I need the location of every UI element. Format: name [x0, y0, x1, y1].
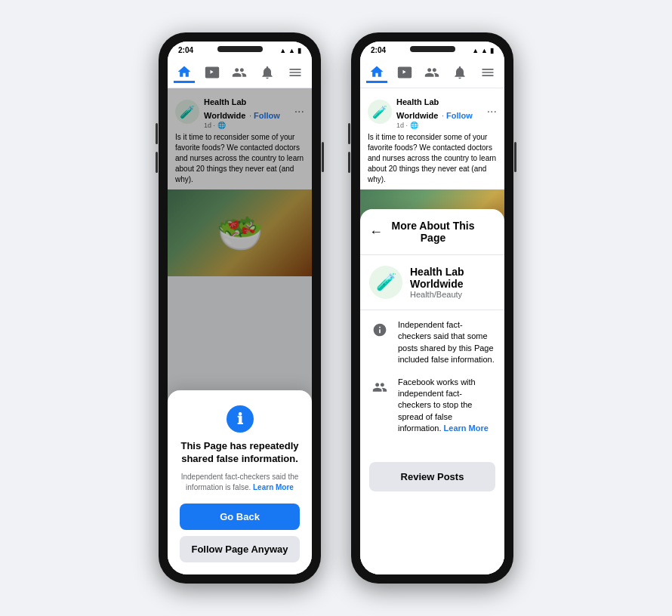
home-nav-icon-2[interactable]: [366, 62, 387, 83]
phone-notch-2: [410, 46, 455, 52]
battery-icon-2: ▮: [490, 47, 494, 54]
nav-bar-2: [360, 57, 504, 88]
post-page-name-2: Health Lab Worldwide · Follow: [396, 94, 482, 122]
video-nav-icon-2[interactable]: [394, 62, 415, 83]
warning-learn-more[interactable]: Learn More: [253, 483, 294, 491]
people-nav-icon[interactable]: [229, 62, 250, 83]
phone-2: 2:04 ▲ ▲ ▮: [351, 32, 513, 584]
info-icon-fact: [369, 319, 390, 340]
people-nav-icon-2[interactable]: [421, 62, 442, 83]
status-time-2: 2:04: [371, 46, 386, 54]
phone-notch: [217, 46, 263, 52]
vol-up-button-2: [348, 123, 350, 144]
learn-more-link[interactable]: Learn More: [444, 424, 489, 433]
home-nav-icon[interactable]: [174, 62, 195, 83]
bell-nav-icon[interactable]: [257, 62, 278, 83]
menu-nav-icon[interactable]: [285, 62, 306, 83]
bell-nav-icon-2[interactable]: [449, 62, 470, 83]
page-info-name: Health Lab Worldwide: [410, 266, 495, 290]
post-header-2: 🧪 Health Lab Worldwide · Follow 1d · 🌐 ·…: [360, 88, 504, 132]
wifi-icon: ▲: [288, 47, 295, 54]
video-nav-icon[interactable]: [202, 62, 223, 83]
phone-screen-1: 2:04 ▲ ▲ ▮: [168, 42, 312, 574]
battery-icon: ▮: [297, 47, 301, 54]
vol-up-button: [156, 123, 158, 144]
warning-modal: ℹ This Page has repeatedly shared false …: [168, 390, 312, 574]
fact-check-section: Independent fact-checkers said that some…: [360, 310, 504, 454]
post-text-2: Is it time to reconsider some of your fa…: [360, 132, 504, 189]
fact-item-2: Facebook works with independent fact-che…: [369, 377, 495, 435]
page-avatar-2: 🧪: [368, 100, 392, 124]
warning-info-icon: ℹ: [227, 405, 254, 433]
signal-icon-2: ▲: [472, 47, 479, 54]
page-info-text: Health Lab Worldwide Health/Beauty: [410, 266, 495, 299]
post-date-2: 1d · 🌐: [396, 122, 482, 129]
modal-header: ← More About This Page: [360, 209, 504, 255]
modal-title: More About This Page: [389, 220, 477, 244]
phone-screen-2: 2:04 ▲ ▲ ▮: [360, 42, 504, 574]
post-more-2[interactable]: ···: [487, 105, 497, 119]
feed-2: 🧪 Health Lab Worldwide · Follow 1d · 🌐 ·…: [360, 88, 504, 574]
post-meta-2: Health Lab Worldwide · Follow 1d · 🌐: [396, 94, 482, 129]
fact-text-1: Independent fact-checkers said that some…: [398, 319, 495, 366]
power-button-2: [514, 142, 516, 172]
modal-back-button[interactable]: ←: [369, 224, 383, 240]
follow-anyway-button[interactable]: Follow Page Anyway: [180, 536, 300, 562]
nav-bar-1: [168, 57, 312, 88]
more-about-modal: ← More About This Page 🧪 Health Lab Worl…: [360, 209, 504, 574]
vol-down-button: [156, 152, 158, 173]
feed-1: 🧪 Health Lab Worldwide · Follow 1d · 🌐 ·…: [168, 88, 312, 574]
phone-1: 2:04 ▲ ▲ ▮: [159, 32, 321, 584]
people-icon-fact: [369, 377, 390, 398]
status-time-1: 2:04: [178, 46, 193, 54]
power-button: [322, 142, 324, 172]
wifi-icon-2: ▲: [481, 47, 488, 54]
review-posts-button[interactable]: Review Posts: [369, 462, 495, 491]
status-icons-2: ▲ ▲ ▮: [472, 47, 494, 54]
signal-icon: ▲: [279, 47, 286, 54]
warning-body: Independent fact-checkers said the infor…: [180, 472, 300, 493]
go-back-button[interactable]: Go Back: [180, 504, 300, 530]
warning-title: This Page has repeatedly shared false in…: [180, 440, 300, 466]
status-icons-1: ▲ ▲ ▮: [279, 47, 301, 54]
menu-nav-icon-2[interactable]: [477, 62, 498, 83]
page-info-category: Health/Beauty: [410, 290, 495, 299]
page-info-section: 🧪 Health Lab Worldwide Health/Beauty: [360, 255, 504, 310]
vol-down-button-2: [348, 152, 350, 173]
page-info-avatar: 🧪: [369, 266, 402, 299]
fact-item-1: Independent fact-checkers said that some…: [369, 319, 495, 366]
fact-text-2: Facebook works with independent fact-che…: [398, 377, 495, 435]
post-follow-link-2[interactable]: Follow: [446, 111, 473, 120]
